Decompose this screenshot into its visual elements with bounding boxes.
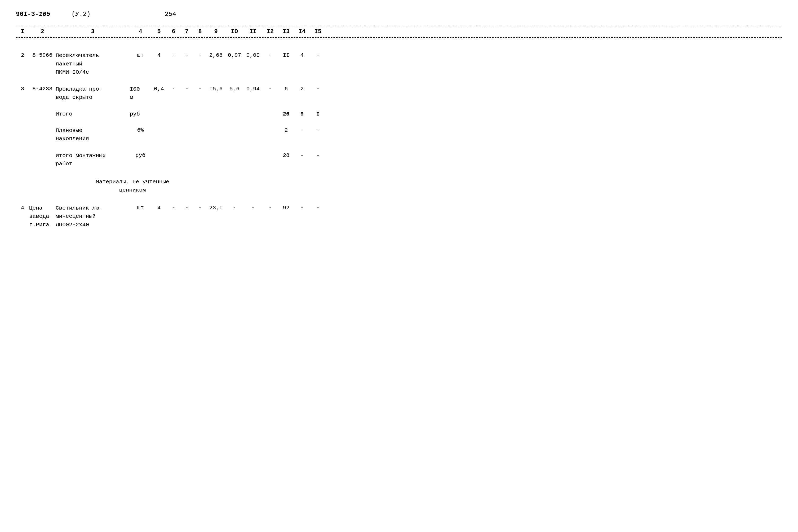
doc-variant: (У.2): [72, 11, 91, 18]
row4-col11: -: [244, 204, 262, 212]
itogo-mont-col15: -: [310, 152, 326, 159]
col-header-5: 5: [151, 28, 167, 35]
itogo-col14: 9: [294, 110, 310, 118]
doc-number: 90I-3-165: [16, 11, 50, 18]
col-header-2: 2: [29, 28, 56, 35]
itogo-col13: 26: [278, 110, 294, 118]
row4-col1: 4: [16, 204, 29, 212]
row4-col13: 92: [278, 204, 294, 212]
row4-col4: шт: [130, 204, 151, 212]
col-header-10: IO: [225, 28, 244, 35]
row3-col11: 0,94: [244, 85, 262, 93]
col-header-13: I3: [278, 28, 294, 35]
col-header-6: 6: [167, 28, 180, 35]
doc-number-italic: 165: [39, 11, 50, 18]
table-row: 4 Цена завода г.Рига Светильник лю- мине…: [16, 203, 782, 231]
row3-col1: 3: [16, 85, 29, 93]
row3-col14: 2: [294, 85, 310, 93]
row2-col6: -: [167, 51, 180, 59]
row3-col2: 8-4233: [29, 85, 56, 93]
itogo-label: Итого: [56, 110, 130, 118]
col-header-8: 8: [193, 28, 207, 35]
col-header-4: 4: [130, 28, 151, 35]
col-header-15: I5: [310, 28, 326, 35]
row2-col15: -: [310, 51, 326, 59]
itogo-mont-label: Итого монтажных работ: [56, 152, 130, 168]
row3-col9: I5,6: [207, 85, 225, 93]
row2-col8: -: [193, 51, 207, 59]
itogo-col15: I: [310, 110, 326, 118]
row4-col12: -: [262, 204, 278, 212]
row3-col3: Прокладка про- вода скрыто: [56, 85, 130, 102]
col-header-11: II: [244, 28, 262, 35]
itogo-mont-row: Итого монтажных работ руб 28 - -: [16, 150, 782, 170]
planovye-unit: 6%: [130, 126, 151, 134]
row4-col6: -: [167, 204, 180, 212]
itogo-mont-unit: руб: [130, 152, 151, 159]
row4-col10: -: [225, 204, 244, 212]
doc-page: 254: [165, 11, 176, 18]
row3-col15: -: [310, 85, 326, 93]
row4-col9: 23,I: [207, 204, 225, 212]
row2-col1: 2: [16, 51, 29, 59]
materials-row: Материалы, не учтенные ценником: [16, 175, 782, 197]
col-header-1: I: [16, 28, 29, 35]
table-row: 3 8-4233 Прокладка про- вода скрыто I00 …: [16, 83, 782, 103]
row3-col12: -: [262, 85, 278, 93]
row2-col13: II: [278, 51, 294, 59]
row3-col10: 5,6: [225, 85, 244, 93]
row3-col8: -: [193, 85, 207, 93]
row2-col11: 0,0I: [244, 51, 262, 59]
itogo-mont-col13: 28: [278, 152, 294, 159]
row4-col7: -: [180, 204, 193, 212]
planovye-row: Плановые накопления 6% 2 - -: [16, 125, 782, 145]
table: I 2 3 4 5 6 7 8 9 IO II I2 I3 I4 I5 2 8-…: [16, 26, 782, 230]
row2-col10: 0,97: [225, 51, 244, 59]
row4-col8: -: [193, 204, 207, 212]
itogo-mont-col14: -: [294, 152, 310, 159]
col-header-3: 3: [56, 28, 130, 35]
materials-label: Материалы, не учтенные ценником: [56, 178, 209, 194]
col-divider: [16, 39, 782, 39]
itogo-row: Итого руб 26 9 I: [16, 109, 782, 119]
row4-col14: -: [294, 204, 310, 212]
row2-col14: 4: [294, 51, 310, 59]
row2-col12: -: [262, 51, 278, 59]
data-rows: 2 8-5966 Переключатель пакетный ПКМИ-IO/…: [16, 44, 782, 230]
column-headers: I 2 3 4 5 6 7 8 9 IO II I2 I3 I4 I5: [16, 26, 782, 38]
planovye-label: Плановые накопления: [56, 126, 130, 143]
table-row: 2 8-5966 Переключатель пакетный ПКМИ-IO/…: [16, 50, 782, 78]
itogo-unit: руб: [130, 110, 151, 118]
row2-col2: 8-5966: [29, 51, 56, 59]
col-header-7: 7: [180, 28, 193, 35]
row2-col5: 4: [151, 51, 167, 59]
row3-col6: -: [167, 85, 180, 93]
row3-col13: 6: [278, 85, 294, 93]
row2-col7: -: [180, 51, 193, 59]
col-header-12: I2: [262, 28, 278, 35]
col-header-9: 9: [207, 28, 225, 35]
row4-col5: 4: [151, 204, 167, 212]
row4-col2: Цена завода г.Рига: [29, 204, 56, 229]
planovye-col14: -: [294, 126, 310, 134]
row3-col5: 0,4: [151, 85, 167, 93]
planovye-col15: -: [310, 126, 326, 134]
row4-col15: -: [310, 204, 326, 212]
row3-col4: I00 м: [130, 85, 151, 102]
row4-col3: Светильник лю- минесцентный ЛП002-2х40: [56, 204, 130, 229]
row2-col9: 2,68: [207, 51, 225, 59]
row2-col4: шт: [130, 51, 151, 59]
page-header: 90I-3-165 (У.2) 254: [16, 11, 782, 18]
col-header-14: I4: [294, 28, 310, 35]
doc-number-text: 90I-3-: [16, 11, 39, 18]
planovye-col13: 2: [278, 126, 294, 134]
row2-col3: Переключатель пакетный ПКМИ-IO/4с: [56, 51, 130, 77]
row3-col7: -: [180, 85, 193, 93]
